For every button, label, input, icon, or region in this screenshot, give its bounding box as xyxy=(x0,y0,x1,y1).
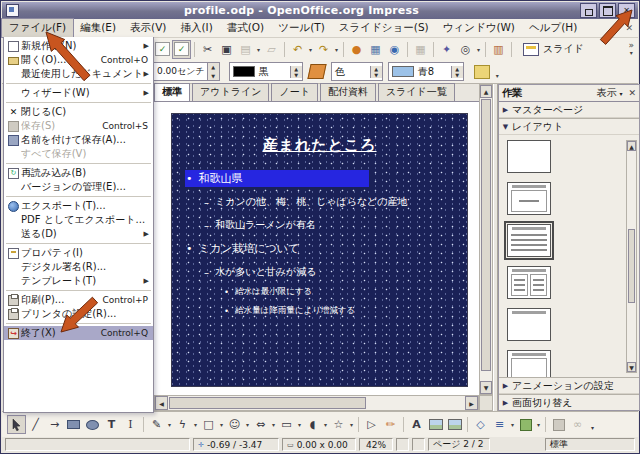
section-slide-transition[interactable]: ▶ 画面切り替え xyxy=(499,394,639,410)
file-menu-item[interactable]: デジタル署名(R)... xyxy=(4,260,153,274)
layout-thumb-title-two-bullets[interactable] xyxy=(507,266,551,299)
ellipse-icon[interactable] xyxy=(83,415,102,434)
fill-color-select[interactable]: 青8 ▲▼ xyxy=(388,62,464,81)
line-width-spinner[interactable]: 0.00センチ ▲▼ xyxy=(153,62,220,81)
slide-bullet-row[interactable]: –水が多いと甘みが減る xyxy=(204,265,467,279)
document-close-icon[interactable]: ✕ xyxy=(625,23,633,33)
gallery-icon[interactable]: ▥ xyxy=(489,40,508,59)
spinner-arrows-icon[interactable]: ▲▼ xyxy=(370,66,382,78)
file-menu-item[interactable]: すべて保存(V) xyxy=(4,147,153,161)
connector-icon[interactable]: ϟ xyxy=(173,415,192,434)
basic-shapes-icon[interactable]: □ xyxy=(199,415,218,434)
file-menu-item[interactable]: 新規作成(N)▶ xyxy=(4,39,153,53)
layout-thumb-title-empty-box[interactable] xyxy=(507,350,551,377)
vertical-text-icon[interactable]: I xyxy=(121,415,140,434)
section-master-pages[interactable]: ▶ マスターページ xyxy=(499,102,639,118)
gallery2-icon[interactable] xyxy=(445,415,464,434)
redo-icon[interactable]: ↷ xyxy=(314,40,333,59)
flowchart-icon[interactable]: ▭ xyxy=(277,415,296,434)
scroll-down-icon[interactable]: ▼ xyxy=(627,362,636,372)
minimize-button[interactable] xyxy=(580,3,597,18)
slide-bullet-row[interactable]: •ミカン栽培について xyxy=(186,241,467,256)
dropdown-arrow-icon[interactable]: ▾ xyxy=(255,46,262,53)
file-menu-item[interactable]: プロパティ(I) xyxy=(4,246,153,260)
file-menu-item[interactable]: プリンタの設定(R)... xyxy=(4,307,153,321)
file-menu-item[interactable]: ✕閉じる(C) xyxy=(4,105,153,119)
slide-bullet-row[interactable]: •給水は最小限にする xyxy=(224,286,467,298)
paste-icon[interactable]: ▤ xyxy=(236,40,255,59)
slide-bullet-row[interactable]: –ミカンの他、梅、桃、じゃばらなどの産地 xyxy=(204,195,467,209)
block-arrows-icon[interactable]: ⇔ xyxy=(251,415,270,434)
menubar-item[interactable]: 挿入(I) xyxy=(173,19,219,37)
slide-bullet-row[interactable]: •和歌山県 xyxy=(186,171,368,186)
stars-icon[interactable]: ☆ xyxy=(329,415,348,434)
undo-icon[interactable]: ↶ xyxy=(288,40,307,59)
arrange-icon[interactable] xyxy=(516,415,535,434)
rotate-icon[interactable]: ◇ xyxy=(471,415,490,434)
scroll-right-icon[interactable]: ▶ xyxy=(465,396,478,410)
horizontal-scroll-thumb[interactable] xyxy=(169,397,366,409)
arrow-icon[interactable]: → xyxy=(45,415,64,434)
fontwork-icon[interactable]: A xyxy=(407,415,426,434)
dropdown-arrow-icon[interactable]: ▾ xyxy=(348,421,355,428)
vertical-scrollbar[interactable]: ▲ ▼ xyxy=(479,84,493,395)
menubar-item[interactable]: ヘルプ(H) xyxy=(522,19,584,37)
scroll-down-icon[interactable]: ▼ xyxy=(480,381,492,394)
section-layouts[interactable]: ▼ レイアウト xyxy=(499,118,639,135)
rectangle-icon[interactable] xyxy=(64,415,83,434)
format-paintbrush-icon[interactable]: ▱ xyxy=(262,40,281,59)
slide-editor-area[interactable]: 産まれたところ •和歌山県–ミカンの他、梅、桃、じゃばらなどの産地–和歌山ラーメ… xyxy=(154,101,479,395)
dropdown-arrow-icon[interactable]: ▾ xyxy=(509,421,516,428)
dropdown-arrow-icon[interactable]: ▾ xyxy=(535,421,542,428)
interaction-icon[interactable]: ∞ xyxy=(568,415,587,434)
spinner-arrows-icon[interactable]: ▲▼ xyxy=(290,66,302,78)
fill-type-select[interactable]: 色 ▲▼ xyxy=(331,62,383,81)
view-tab[interactable]: 配付資料 xyxy=(320,83,376,101)
menubar-item[interactable]: ツール(T) xyxy=(271,19,332,37)
symbol-shapes-icon[interactable]: ☺ xyxy=(225,415,244,434)
navigator-icon[interactable]: ✦ xyxy=(437,40,456,59)
dropdown-arrow-icon[interactable]: ▾ xyxy=(166,421,173,428)
glue-points-icon[interactable]: ✏ xyxy=(381,415,400,434)
slide-canvas[interactable]: 産まれたところ •和歌山県–ミカンの他、梅、桃、じゃばらなどの産地–和歌山ラーメ… xyxy=(171,113,468,387)
vertical-scroll-thumb[interactable] xyxy=(481,99,491,371)
file-menu-item[interactable]: ↻再読み込み(B) xyxy=(4,166,153,180)
shadow-style-icon[interactable] xyxy=(474,65,490,79)
copy-icon[interactable]: ▣ xyxy=(217,40,236,59)
cut-icon[interactable]: ✂ xyxy=(198,40,217,59)
grid-icon[interactable]: ▦ xyxy=(411,40,430,59)
file-menu-item[interactable]: 送る(D)▶ xyxy=(4,227,153,241)
layout-thumb-title-content-line[interactable] xyxy=(507,182,551,215)
view-tab[interactable]: スライド一覧 xyxy=(378,83,455,101)
menubar-item[interactable]: 編集(E) xyxy=(73,19,123,37)
spinner-arrows-icon[interactable]: ▲▼ xyxy=(451,66,463,78)
file-menu-item[interactable]: PDF としてエクスポート... xyxy=(4,213,153,227)
shadow-icon[interactable] xyxy=(549,415,568,434)
dropdown-arrow-icon[interactable]: ▾ xyxy=(475,46,482,53)
file-menu-item[interactable]: 開く(O)...Control+O xyxy=(4,53,153,67)
menubar-item[interactable]: 書式(O) xyxy=(220,19,271,37)
select-icon[interactable] xyxy=(7,415,26,434)
scroll-up-icon[interactable]: ▲ xyxy=(627,141,636,151)
dropdown-arrow-icon[interactable]: ▾ xyxy=(244,421,251,428)
file-menu-item[interactable]: 印刷(P)...Control+P xyxy=(4,293,153,307)
slide-title[interactable]: 産まれたところ xyxy=(172,136,467,155)
menubar-item[interactable]: スライドショー(S) xyxy=(332,19,436,37)
autocheck-icon[interactable]: ✓ xyxy=(153,40,172,59)
scroll-left-icon[interactable]: ◀ xyxy=(155,396,168,410)
menubar-item[interactable]: ファイル(F) xyxy=(2,19,73,37)
layout-thumb-blank[interactable] xyxy=(507,140,551,173)
maximize-button[interactable] xyxy=(599,3,616,18)
slide-bullet-row[interactable]: •給水量は降雨量により増減する xyxy=(224,305,467,317)
file-menu-item[interactable]: 最近使用したドキュメント(U)▶ xyxy=(4,67,153,81)
slide-button[interactable]: スライド xyxy=(523,42,584,56)
layout-thumb-title-bullets[interactable] xyxy=(507,224,551,257)
tasks-close-icon[interactable]: ✕ xyxy=(628,88,636,98)
file-menu-item[interactable]: テンプレート(T)▶ xyxy=(4,274,153,288)
dropdown-arrow-icon[interactable]: ▾ xyxy=(270,421,277,428)
file-menu-item[interactable]: 名前を付けて保存(A)... xyxy=(4,133,153,147)
tasks-view-menu[interactable]: 表示 ▾ xyxy=(596,86,622,100)
slide-bullet-row[interactable]: –和歌山ラーメンが有名 xyxy=(204,218,467,232)
dropdown-arrow-icon[interactable]: ▾ xyxy=(307,46,314,53)
file-menu-item[interactable]: ↪終了(X)Control+Q xyxy=(4,326,153,340)
